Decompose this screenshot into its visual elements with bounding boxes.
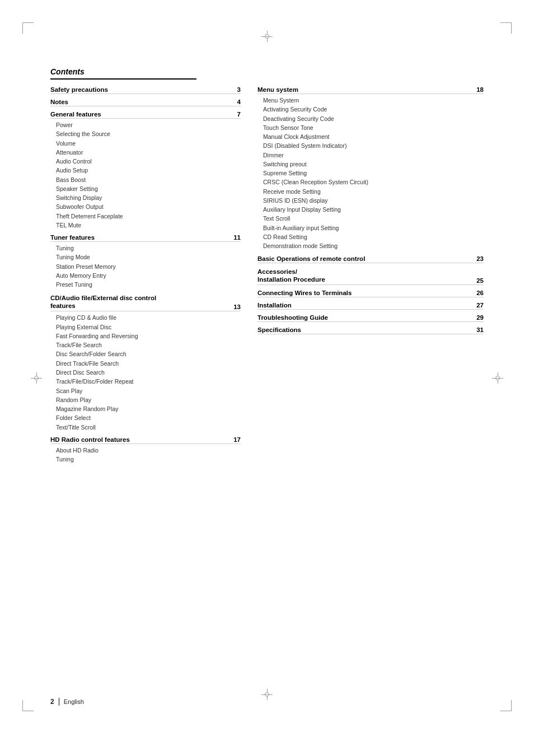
- list-item: Deactivating Security Code: [257, 114, 484, 123]
- section-cd-items: Playing CD & Audio filePlaying External …: [50, 313, 241, 431]
- corner-mark-tr: [500, 22, 512, 34]
- section-menu-page: 18: [476, 86, 484, 93]
- footer-language: English: [64, 698, 84, 705]
- list-item: Track/File/Disc/Folder Repeat: [50, 377, 241, 386]
- list-item: Demonstration mode Setting: [257, 241, 484, 250]
- section-connecting: Connecting Wires to Terminals 26: [257, 290, 484, 297]
- section-installation-header: Installation 27: [257, 302, 484, 310]
- section-specifications-page: 31: [476, 326, 484, 333]
- list-item: Preset Tuning: [50, 280, 241, 289]
- page-footer: 2 English: [50, 698, 84, 706]
- section-general-title: General features: [50, 111, 101, 118]
- section-tuner-items: TuningTuning ModeStation Preset MemoryAu…: [50, 244, 241, 289]
- list-item: Selecting the Source: [50, 129, 241, 138]
- crosshair-top: [261, 31, 273, 42]
- list-item: Dimmer: [257, 151, 484, 160]
- list-item: DSI (Disabled System Indicator): [257, 141, 484, 150]
- section-cd-title: CD/Audio file/External disc control feat…: [50, 294, 156, 311]
- section-cd-audio: CD/Audio file/External disc control feat…: [50, 294, 241, 432]
- list-item: Audio Control: [50, 157, 241, 166]
- section-accessories-line1: Accessories/: [257, 268, 297, 275]
- section-notes-page: 4: [237, 99, 241, 105]
- section-hd-header: HD Radio control features 17: [50, 436, 241, 444]
- section-general-items: PowerSelecting the SourceVolumeAttenuato…: [50, 120, 241, 230]
- crosshair-bottom-circle: [265, 692, 269, 697]
- crosshair-left: [31, 372, 42, 384]
- list-item: About HD Radio: [50, 446, 241, 455]
- list-item: TEL Mute: [50, 221, 241, 230]
- section-general-header: General features 7: [50, 111, 241, 119]
- section-accessories-line2: Installation Procedure: [257, 276, 325, 283]
- section-cd-page: 13: [233, 304, 241, 310]
- section-troubleshooting-page: 29: [476, 314, 484, 321]
- list-item: Fast Forwarding and Reversing: [50, 332, 241, 340]
- section-safety: Safety precautions 3: [50, 86, 241, 94]
- section-cd-title-line2: features: [50, 302, 76, 309]
- section-accessories-title: Accessories/ Installation Procedure: [257, 268, 325, 284]
- list-item: Station Preset Memory: [50, 262, 241, 271]
- list-item: Playing CD & Audio file: [50, 313, 241, 322]
- section-basic-page: 23: [476, 255, 484, 262]
- section-basic-header: Basic Operations of remote control 23: [257, 255, 484, 263]
- list-item: Subwoofer Output: [50, 202, 241, 211]
- section-tuner-title: Tuner features: [50, 234, 95, 241]
- list-item: Audio Setup: [50, 166, 241, 175]
- section-cd-header: CD/Audio file/External disc control feat…: [50, 294, 241, 312]
- list-item: Built-in Auxiliary input Setting: [257, 223, 484, 232]
- section-connecting-page: 26: [476, 290, 484, 296]
- toc-columns: Safety precautions 3 Notes 4 General fea…: [50, 86, 484, 468]
- section-tuner-header: Tuner features 11: [50, 234, 241, 242]
- list-item: Direct Track/File Search: [50, 359, 241, 368]
- list-item: Folder Select: [50, 413, 241, 422]
- section-safety-title: Safety precautions: [50, 86, 108, 93]
- section-specifications-title: Specifications: [257, 326, 301, 333]
- section-connecting-title: Connecting Wires to Terminals: [257, 290, 352, 296]
- crosshair-left-circle: [34, 376, 39, 380]
- list-item: Scan Play: [50, 386, 241, 395]
- footer-page-number: 2: [50, 698, 54, 706]
- list-item: Switching preout: [257, 160, 484, 169]
- section-menu-title: Menu system: [257, 86, 298, 93]
- crosshair-bottom: [261, 689, 273, 700]
- list-item: Activating Security Code: [257, 105, 484, 114]
- section-cd-title-line1: CD/Audio file/External disc control: [50, 295, 156, 301]
- section-menu-header: Menu system 18: [257, 86, 484, 94]
- section-accessories-page: 25: [476, 277, 484, 284]
- list-item: Theft Deterrent Faceplate: [50, 212, 241, 221]
- section-troubleshooting: Troubleshooting Guide 29: [257, 314, 484, 322]
- section-accessories: Accessories/ Installation Procedure 25: [257, 268, 484, 286]
- list-item: Volume: [50, 139, 241, 148]
- section-hd-page: 17: [233, 436, 241, 443]
- section-accessories-header: Accessories/ Installation Procedure 25: [257, 268, 484, 286]
- toc-right-column: Menu system 18 Menu SystemActivating Sec…: [257, 86, 484, 468]
- footer-separator: [59, 698, 59, 706]
- section-tuner-page: 11: [233, 234, 241, 241]
- corner-mark-tl: [22, 22, 34, 34]
- page: Contents Safety precautions 3 Notes 4: [0, 0, 534, 756]
- section-installation-title: Installation: [257, 302, 292, 309]
- list-item: Track/File Search: [50, 340, 241, 349]
- section-hd-title: HD Radio control features: [50, 436, 130, 443]
- list-item: Attenuator: [50, 148, 241, 157]
- crosshair-right: [492, 372, 503, 384]
- list-item: Random Play: [50, 395, 241, 404]
- list-item: Touch Sensor Tone: [257, 123, 484, 132]
- list-item: Switching Display: [50, 193, 241, 202]
- list-item: Tuning Mode: [50, 253, 241, 262]
- section-general-page: 7: [237, 111, 241, 118]
- section-installation: Installation 27: [257, 302, 484, 310]
- list-item: CD Read Setting: [257, 232, 484, 241]
- section-basic-title: Basic Operations of remote control: [257, 255, 365, 262]
- section-troubleshooting-header: Troubleshooting Guide 29: [257, 314, 484, 322]
- corner-mark-bl: [22, 700, 34, 711]
- section-hd-radio: HD Radio control features 17 About HD Ra…: [50, 436, 241, 464]
- section-safety-header: Safety precautions 3: [50, 86, 241, 94]
- section-specifications: Specifications 31: [257, 326, 484, 334]
- list-item: Speaker Setting: [50, 184, 241, 193]
- crosshair-right-circle: [495, 376, 500, 380]
- page-title: Contents: [50, 67, 196, 80]
- section-general: General features 7 PowerSelecting the So…: [50, 111, 241, 230]
- list-item: Menu System: [257, 96, 484, 105]
- list-item: Tuning: [50, 244, 241, 253]
- list-item: Supreme Setting: [257, 169, 484, 178]
